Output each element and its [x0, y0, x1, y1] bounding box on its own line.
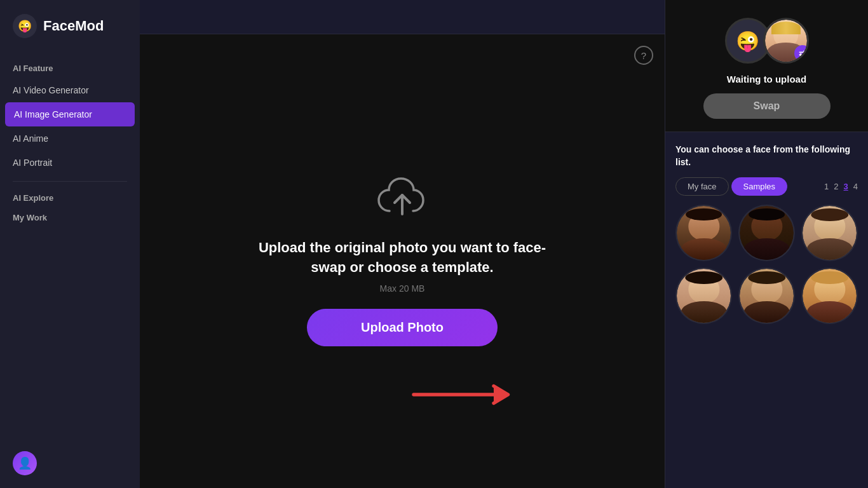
- logo-icon: 😜: [13, 14, 37, 38]
- user-avatar[interactable]: 👤: [13, 451, 37, 475]
- right-panel: 😜 ⇄ Waiting to upload Swap You can choos…: [665, 0, 868, 488]
- face-list-area: You can choose a face from the following…: [665, 132, 868, 488]
- arrow-indicator: [408, 379, 522, 413]
- cloud-upload-icon: [374, 176, 431, 227]
- main-body: ? Upload the original photo you want to …: [140, 34, 665, 488]
- face-thumb-3[interactable]: [801, 205, 858, 261]
- sidebar-divider: [13, 181, 127, 182]
- face-thumb-6[interactable]: [801, 268, 858, 324]
- tab-my-face[interactable]: My face: [675, 177, 729, 196]
- face-tabs: My face Samples 1 2 3 4: [675, 177, 858, 196]
- top-bar: [140, 0, 665, 34]
- sidebar-item-ai-anime[interactable]: AI Anime: [0, 126, 140, 151]
- app-logo[interactable]: 😜 FaceMod: [0, 0, 140, 52]
- help-icon[interactable]: ?: [634, 46, 653, 65]
- section-my-work: My Work: [0, 208, 140, 227]
- sidebar: 😜 FaceMod AI Feature AI Video Generator …: [0, 0, 140, 488]
- main-content: ? Upload the original photo you want to …: [140, 0, 665, 488]
- face-bubbles: 😜 ⇄: [725, 18, 809, 64]
- sidebar-item-ai-portrait[interactable]: AI Portrait: [0, 151, 140, 175]
- face-list-title: You can choose a face from the following…: [675, 144, 858, 168]
- swap-preview-area: 😜 ⇄ Waiting to upload Swap: [665, 0, 868, 132]
- sidebar-bottom: 👤: [0, 438, 140, 488]
- sidebar-item-ai-image-generator[interactable]: AI Image Generator: [5, 102, 135, 126]
- swap-button[interactable]: Swap: [703, 93, 831, 119]
- page-4[interactable]: 4: [853, 182, 858, 191]
- page-1[interactable]: 1: [824, 182, 829, 191]
- face-grid: [675, 205, 858, 324]
- app-name: FaceMod: [43, 18, 104, 34]
- face-thumb-5[interactable]: [738, 268, 795, 324]
- page-2[interactable]: 2: [834, 182, 838, 191]
- tab-samples[interactable]: Samples: [731, 177, 788, 196]
- section-ai-feature: AI Feature: [0, 52, 140, 78]
- face-thumb-1[interactable]: [675, 205, 732, 261]
- target-face-bubble: ⇄: [763, 18, 809, 64]
- sidebar-item-ai-video-generator[interactable]: AI Video Generator: [0, 78, 140, 102]
- face-thumb-2[interactable]: [738, 205, 795, 261]
- page-numbers: 1 2 3 4: [824, 182, 858, 191]
- swap-badge: ⇄: [794, 45, 809, 62]
- upload-photo-button[interactable]: Upload Photo: [307, 309, 498, 346]
- upload-subtitle: Max 20 MB: [380, 283, 425, 294]
- upload-title: Upload the original photo you want to fa…: [243, 238, 561, 278]
- page-3[interactable]: 3: [844, 182, 848, 191]
- face-thumb-4[interactable]: [675, 268, 732, 324]
- section-ai-explore: AI Explore: [0, 188, 140, 208]
- waiting-text: Waiting to upload: [727, 74, 806, 85]
- upload-area: Upload the original photo you want to fa…: [231, 163, 574, 360]
